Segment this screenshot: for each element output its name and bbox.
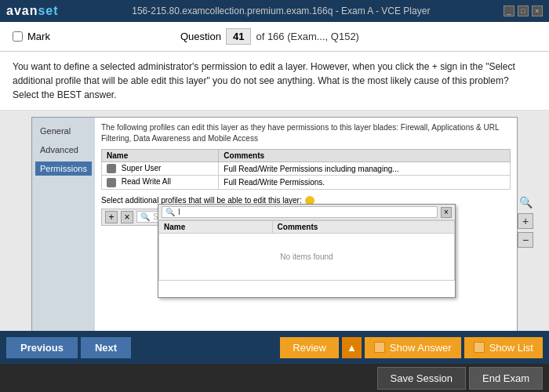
sim-popup-table: Name Comments No items found (158, 220, 455, 281)
popup-table-header-name: Name (159, 221, 273, 234)
sim-table-header-name: Name (102, 150, 219, 162)
remove-button[interactable]: × (121, 211, 133, 223)
mark-label: Mark (27, 31, 50, 42)
sim-table: Name Comments Super User Full Read/Write… (101, 149, 511, 190)
mark-checkbox[interactable] (13, 31, 23, 42)
question-number-box: 41 (226, 28, 251, 45)
show-list-icon (474, 342, 485, 353)
sim-screenshot: General Advanced Permissions The followi… (31, 117, 518, 331)
search-icon: 🔍 (140, 212, 150, 221)
show-answer-icon (374, 342, 385, 353)
popup-no-items-cell: No items found (159, 234, 455, 281)
table-cell-name: Super User (102, 162, 219, 176)
question-label: Question (180, 31, 221, 42)
popup-table-header-comments: Comments (272, 221, 454, 234)
show-answer-button[interactable]: Show Answer (365, 337, 461, 358)
question-info: Question 41 of 166 (Exam..., Q152) (180, 28, 359, 45)
question-text: You want to define a selected administra… (0, 52, 549, 111)
zoom-out-button[interactable]: − (518, 232, 533, 248)
add-button[interactable]: + (105, 211, 118, 223)
table-cell-name: Read Write All (102, 176, 219, 189)
table-row: Read Write All Full Read/Write Permissio… (102, 176, 511, 189)
popup-close-button[interactable]: × (441, 207, 452, 218)
bottom-toolbar: Previous Next Review ▲ Show Answer Show … (0, 331, 549, 364)
popup-no-items-row: No items found (159, 234, 455, 281)
window-controls: _ □ × (504, 5, 543, 16)
popup-search-cursor: I (178, 208, 180, 216)
sim-popup-search[interactable]: 🔍 I (162, 206, 438, 218)
previous-button[interactable]: Previous (6, 337, 78, 358)
sim-header-text: The following profiles can edit this lay… (101, 122, 511, 144)
mark-checkbox-area: Mark (13, 31, 50, 42)
user-icon (107, 178, 116, 187)
very-bottom-bar: Save Session End Exam (0, 364, 549, 392)
sim-main-content: The following profiles can edit this lay… (95, 118, 517, 331)
sim-sidebar-general[interactable]: General (35, 124, 92, 138)
next-button[interactable]: Next (81, 337, 131, 358)
zoom-controls: 🔍 + − (518, 194, 533, 248)
sim-sidebar: General Advanced Permissions (32, 118, 95, 331)
sim-sidebar-permissions[interactable]: Permissions (35, 162, 92, 176)
sim-table-header-comments: Comments (219, 150, 511, 162)
zoom-in-button[interactable]: + (518, 213, 533, 229)
minimize-button[interactable]: _ (504, 5, 514, 16)
table-row: Super User Full Read/Write Permissions i… (102, 162, 511, 176)
title-bar: avanset 156-215.80.examcollection.premiu… (0, 0, 549, 22)
sim-popup-toolbar: 🔍 I × (158, 205, 455, 220)
table-cell-comments: Full Read/Write Permissions. (219, 176, 511, 189)
review-button[interactable]: Review (280, 337, 339, 358)
popup-search-icon: 🔍 (165, 208, 175, 216)
question-meta: of 166 (Exam..., Q152) (256, 31, 359, 42)
maximize-button[interactable]: □ (518, 5, 529, 16)
screenshot-area: General Advanced Permissions The followi… (0, 111, 549, 331)
user-icon (107, 164, 116, 173)
magnifier-icon: 🔍 (518, 194, 533, 210)
question-header: Mark Question 41 of 166 (Exam..., Q152) (0, 22, 549, 52)
save-session-button[interactable]: Save Session (377, 367, 467, 390)
show-list-button[interactable]: Show List (464, 337, 543, 358)
end-exam-button[interactable]: End Exam (469, 367, 543, 390)
window-title: 156-215.80.examcollection.premium.exam.1… (59, 5, 504, 16)
main-area: Mark Question 41 of 166 (Exam..., Q152) … (0, 22, 549, 392)
table-cell-comments: Full Read/Write Permissions including ma… (219, 162, 511, 176)
sim-popup: 🔍 I × Name Comments (158, 204, 456, 298)
app-logo: avanset (6, 4, 59, 18)
close-button[interactable]: × (532, 5, 543, 16)
review-arrow-button[interactable]: ▲ (342, 337, 362, 358)
sim-sidebar-advanced[interactable]: Advanced (35, 143, 92, 157)
